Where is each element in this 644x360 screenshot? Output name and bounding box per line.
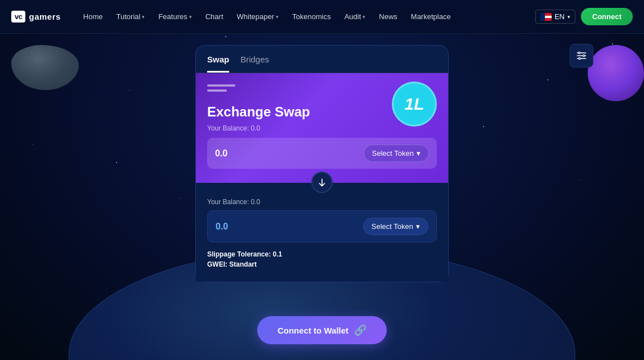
- svg-point-1: [583, 55, 585, 56]
- nav-audit[interactable]: Audit ▾: [339, 9, 372, 24]
- logo[interactable]: vc gamers: [11, 11, 61, 22]
- balance-top-label: Your Balance: 0.0: [207, 124, 437, 132]
- features-chevron-icon: ▾: [189, 14, 192, 20]
- nav-news[interactable]: News: [373, 9, 403, 24]
- nav-chart[interactable]: Chart: [200, 9, 229, 24]
- settings-icon: [576, 50, 587, 61]
- select-token-bottom-button[interactable]: Select Token ▾: [363, 218, 428, 235]
- swap-direction-button[interactable]: [311, 172, 333, 193]
- slippage-info: Slippage Tolerance: 0.1: [207, 250, 437, 258]
- select-token-bottom-chevron-icon: ▾: [416, 222, 420, 231]
- balance-bottom-label: Your Balance: 0.0: [207, 198, 437, 206]
- gwei-info: GWEI: Standart: [207, 260, 437, 268]
- nav-home[interactable]: Home: [78, 9, 109, 24]
- logo-box: vc: [11, 11, 25, 22]
- svg-point-2: [579, 57, 580, 59]
- connect-wallet-container: Connect to Wallet 🔗: [257, 316, 387, 344]
- flag-icon: [540, 13, 552, 21]
- settings-button[interactable]: [570, 44, 593, 68]
- orb-decoration: [588, 45, 644, 101]
- audit-chevron-icon: ▾: [363, 14, 365, 20]
- swap-card: Swap Bridges 1L Exchange Swap Your Balan…: [195, 45, 449, 282]
- tab-swap[interactable]: Swap: [207, 55, 229, 73]
- language-selector[interactable]: EN ▾: [535, 10, 575, 24]
- amount-top[interactable]: 0.0: [215, 148, 358, 159]
- lang-chevron-icon: ▾: [567, 14, 570, 20]
- header-lines: [207, 84, 235, 92]
- swap-logo-symbol: 1L: [404, 94, 424, 114]
- amount-bottom[interactable]: 0.0: [216, 222, 357, 232]
- connect-button[interactable]: Connect: [581, 8, 633, 25]
- header-line-1: [207, 84, 235, 87]
- nav-marketplace[interactable]: Marketplace: [405, 9, 457, 24]
- swap-logo-circle: 1L: [392, 82, 437, 127]
- nav-tokenomics[interactable]: Tokenomics: [287, 9, 337, 24]
- select-token-top-chevron-icon: ▾: [417, 149, 421, 158]
- arrow-down-icon: [317, 178, 327, 187]
- tab-bridges[interactable]: Bridges: [240, 55, 269, 73]
- swap-header: 1L Exchange Swap Your Balance: 0.0 0.0 S…: [196, 73, 448, 183]
- nav-items: Home Tutorial ▾ Features ▾ Chart Whitepa…: [78, 9, 535, 24]
- whitepaper-chevron-icon: ▾: [276, 14, 279, 20]
- navbar: vc gamers Home Tutorial ▾ Features ▾ Cha…: [0, 0, 644, 34]
- link-icon: 🔗: [354, 324, 366, 336]
- svg-point-0: [578, 52, 580, 53]
- swap-bottom: Your Balance: 0.0 0.0 Select Token ▾ Sli…: [196, 182, 448, 282]
- token-input-bottom: 0.0 Select Token ▾: [207, 210, 437, 242]
- nav-features[interactable]: Features ▾: [153, 9, 197, 24]
- card-tabs: Swap Bridges: [196, 46, 448, 73]
- nav-tutorial[interactable]: Tutorial ▾: [111, 9, 151, 24]
- token-input-top: 0.0 Select Token ▾: [207, 138, 437, 169]
- tutorial-chevron-icon: ▾: [142, 14, 145, 20]
- nav-right: EN ▾ Connect: [535, 8, 633, 25]
- header-line-2: [207, 89, 227, 92]
- lang-label: EN: [554, 12, 565, 21]
- connect-wallet-button[interactable]: Connect to Wallet 🔗: [257, 316, 387, 344]
- nav-whitepaper[interactable]: Whitepaper ▾: [231, 9, 284, 24]
- logo-text: gamers: [29, 12, 60, 21]
- select-token-top-button[interactable]: Select Token ▾: [364, 145, 429, 162]
